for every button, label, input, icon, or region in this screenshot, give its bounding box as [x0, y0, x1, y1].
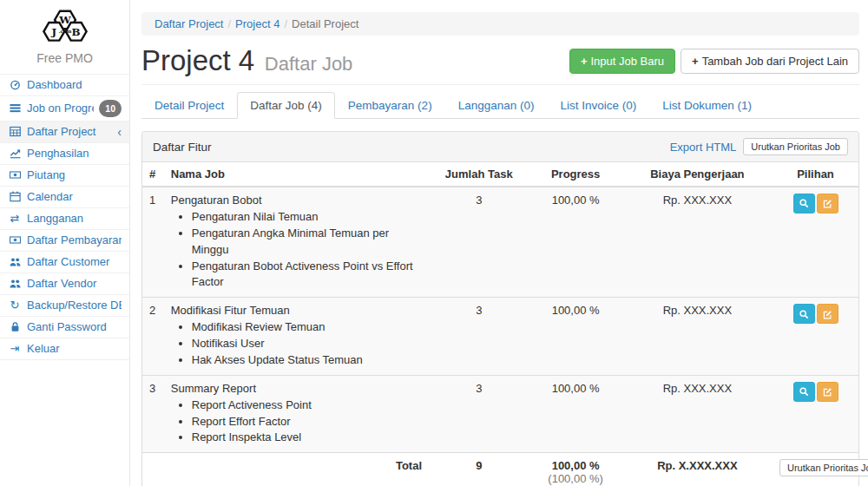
job-cell: Summary ReportReport Activeness PointRep… — [164, 375, 429, 453]
sidebar-item-backup-restore-db[interactable]: ↻Backup/Restore DB — [0, 295, 129, 317]
subtask-item: Report Activeness Point — [192, 397, 422, 414]
svg-text:W: W — [58, 14, 71, 26]
page-subtitle: Daftar Job — [265, 53, 353, 75]
job-cell: Modifikasi Fitur TemuanModifikasi Review… — [164, 298, 429, 376]
actions-cell — [773, 187, 858, 298]
edit-job-button[interactable] — [817, 382, 838, 402]
table-body: 1Pengaturan BobotPengaturan Nilai Temuan… — [142, 187, 858, 453]
input-job-baru-button[interactable]: +Input Job Baru — [569, 49, 675, 74]
job-cell: Pengaturan BobotPengaturan Nilai TemuanP… — [164, 187, 429, 298]
subtask-item: Pengaturan Nilai Temuan — [192, 209, 422, 226]
total-progress-value: 100,00 % — [552, 459, 600, 472]
progress-value: 100,00 % — [529, 298, 622, 376]
breadcrumb-separator: / — [279, 17, 292, 30]
plus-icon: + — [692, 55, 699, 68]
sidebar-item-penghasilan[interactable]: Penghasilan — [0, 143, 129, 165]
count-badge: 10 — [99, 100, 122, 117]
table-icon — [8, 125, 22, 139]
tambah-job-dari-project-lain-button[interactable]: +Tambah Job dari Project Lain — [681, 49, 859, 74]
actions-cell — [773, 375, 858, 453]
subtask-list: Pengaturan Nilai TemuanPengaturan Angka … — [192, 209, 422, 291]
progress-value: 100,00 % — [529, 187, 622, 298]
sidebar-item-daftar-customer[interactable]: Daftar Customer — [0, 252, 129, 273]
chart-line-icon — [8, 147, 22, 161]
sidebar-item-label: Keluar — [27, 342, 122, 356]
sort-priority-button[interactable]: Urutkan Prioritas Job — [743, 138, 848, 155]
tab-link-detail-project[interactable]: Detail Project — [141, 92, 237, 119]
sidebar-item-dashboard[interactable]: Dashboard — [0, 75, 129, 96]
sidebar-item-job-on-progress[interactable]: Job on Progress10 — [0, 96, 129, 122]
column-header-nama-job: Nama Job — [164, 162, 429, 187]
subtask-item: Pengaturan Angka Minimal Temuan per Ming… — [192, 226, 422, 259]
sidebar-item-label: Job on Progress — [27, 102, 94, 115]
plus-icon: + — [581, 55, 588, 68]
edit-job-button[interactable] — [817, 194, 838, 213]
sidebar-item-label: Calendar — [27, 190, 122, 204]
breadcrumb-link-project-4[interactable]: Project 4 — [235, 17, 279, 30]
sidebar-item-daftar-pembayaran[interactable]: Daftar Pembayaran — [0, 230, 129, 252]
sort-priority-button[interactable]: Urutkan Prioritas Job — [779, 459, 868, 476]
edit-job-button[interactable] — [817, 304, 838, 324]
task-count: 3 — [429, 298, 529, 376]
cost-value: Rp. XXX.XXX — [622, 187, 773, 298]
subtask-item: Report Effort Factor — [192, 414, 422, 430]
breadcrumb-item: /Detail Project — [279, 17, 358, 30]
tab-detail-project: Detail Project — [141, 92, 237, 119]
total-progress: 100,00 % (100,00 %) — [529, 453, 622, 486]
job-name: Pengaturan Bobot — [171, 194, 422, 207]
refresh-icon: ↻ — [8, 299, 22, 312]
job-table: #Nama JobJumlah TaskProgressBiaya Penger… — [142, 162, 858, 486]
sidebar-item-label: Daftar Project — [27, 125, 112, 139]
column-header-: # — [142, 162, 164, 187]
brand: W J B .com Free PMO — [0, 0, 129, 74]
view-job-button[interactable] — [793, 382, 815, 402]
calendar-icon — [8, 190, 22, 204]
cost-value: Rp. XXX.XXX — [622, 298, 773, 376]
total-spacer — [142, 453, 164, 486]
breadcrumb-link-daftar-project[interactable]: Daftar Project — [155, 17, 223, 30]
sidebar-item-ganti-password[interactable]: Ganti Password — [0, 317, 129, 338]
tab-link-list-dokumen-1[interactable]: List Dokumen (1) — [649, 92, 765, 119]
sidebar-menu: DashboardJob on Progress10Daftar Project… — [0, 74, 129, 360]
tab-list-invoice-0: List Invoice (0) — [547, 92, 649, 119]
tab-list-dokumen-1: List Dokumen (1) — [649, 92, 765, 119]
actions-cell — [773, 298, 858, 376]
sidebar-item-label: Piutang — [27, 168, 122, 182]
sidebar-item-daftar-vendor[interactable]: Daftar Vendor — [0, 273, 129, 295]
breadcrumb-link-detail-project: Detail Project — [292, 17, 358, 30]
svg-text:.com: .com — [58, 29, 71, 34]
sidebar-item-daftar-project[interactable]: Daftar Project‹ — [0, 122, 129, 143]
sidebar-item-label: Backup/Restore DB — [27, 299, 122, 312]
table-row: 3Summary ReportReport Activeness PointRe… — [142, 375, 858, 453]
dashboard-icon — [8, 78, 22, 92]
sidebar-item-label: Penghasilan — [27, 147, 122, 161]
tab-link-langganan-0[interactable]: Langganan (0) — [445, 92, 548, 119]
total-actions-cell: Urutkan Prioritas Job — [773, 453, 858, 486]
export-html-link[interactable]: Export HTML — [670, 141, 737, 154]
page-header: Project 4 Daftar Job +Input Job Baru+Tam… — [141, 44, 859, 85]
svg-text:B: B — [71, 26, 80, 38]
chevron-left-icon: ‹ — [117, 125, 122, 139]
task-count: 3 — [429, 375, 529, 453]
subtask-list: Report Activeness PointReport Effort Fac… — [192, 397, 422, 447]
main-content: Daftar Project/Project 4/Detail Project … — [130, 12, 868, 486]
subtask-item: Report Inspekta Level — [192, 430, 422, 446]
total-label: Total — [164, 453, 429, 486]
panels: Daftar FiturExport HTMLUrutkan Prioritas… — [141, 131, 859, 486]
sidebar-item-piutang[interactable]: Piutang — [0, 165, 129, 187]
subtask-item: Modifikasi Review Temuan — [192, 319, 422, 336]
tab-langganan-0: Langganan (0) — [445, 92, 548, 119]
tab-link-daftar-job-4[interactable]: Daftar Job (4) — [237, 92, 335, 119]
sidebar-item-keluar[interactable]: ⇥Keluar — [0, 338, 129, 360]
view-job-button[interactable] — [793, 304, 815, 324]
sidebar-item-langganan[interactable]: ⇄Langganan — [0, 208, 129, 230]
tab-link-pembayaran-2[interactable]: Pembayaran (2) — [335, 92, 445, 119]
subtask-item: Pengaturan Bobot Activeness Point vs Eff… — [192, 259, 422, 292]
view-job-button[interactable] — [793, 194, 815, 213]
sidebar-item-calendar[interactable]: Calendar — [0, 187, 129, 208]
svg-text:J: J — [50, 26, 56, 38]
table-head: #Nama JobJumlah TaskProgressBiaya Penger… — [142, 162, 858, 187]
tab-link-list-invoice-0[interactable]: List Invoice (0) — [547, 92, 649, 119]
row-number: 2 — [142, 298, 164, 376]
sidebar-item-label: Daftar Vendor — [27, 277, 122, 291]
